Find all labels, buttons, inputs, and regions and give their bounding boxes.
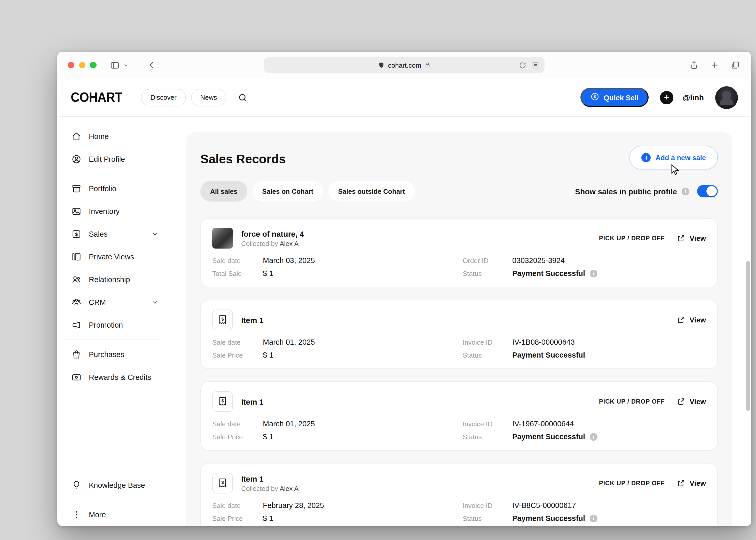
public-profile-toggle[interactable] [697,185,718,198]
add-post-button[interactable]: + [660,91,673,104]
tab-sales-outside-cohart[interactable]: Sales outside Cohart [328,181,415,202]
collected-by-label: Collected by Alex A [241,484,299,492]
chevron-down-icon[interactable] [151,299,159,306]
search-icon[interactable] [238,92,248,102]
reload-icon[interactable] [519,61,526,69]
info-icon[interactable]: i [590,433,597,441]
main-content: Sales Records + Add a new sale All sales… [169,117,751,526]
close-button[interactable] [68,62,74,68]
status-value: Payment Successful i [512,514,706,522]
info-icon[interactable]: i [682,187,690,195]
address-bar[interactable]: cohart.com [264,58,545,73]
field-value: March 03, 2025 [263,256,463,265]
app-header: COHART Discover News $ Quick Sell + @lin… [57,78,751,116]
private-views-icon [71,252,82,262]
discover-button[interactable]: Discover [141,89,186,106]
sidebar-item-knowledge-base[interactable]: Knowledge Base [57,474,169,496]
minimize-button[interactable] [79,62,85,68]
sale-title: Item 1 [241,397,264,406]
chevron-down-icon[interactable] [123,62,128,68]
image-icon [71,206,82,216]
field-label: Total Sale [212,269,263,277]
view-link[interactable]: View [677,316,706,324]
view-link[interactable]: View [677,397,706,406]
info-icon[interactable]: i [590,514,597,522]
sidebar-item-portfolio[interactable]: Portfolio [57,177,169,200]
svg-text:$: $ [222,399,224,403]
artwork-thumbnail[interactable] [212,228,233,249]
status-value: Payment Successful [512,351,706,359]
new-tab-icon[interactable] [710,61,719,70]
sales-records-panel: Sales Records + Add a new sale All sales… [186,132,732,526]
field-label: Sale date [212,338,263,346]
tab-sales-on-cohart[interactable]: Sales on Cohart [253,181,323,202]
field-label: Sale date [212,420,263,428]
info-icon[interactable]: i [590,269,597,277]
external-link-icon [677,397,686,406]
desktop: cohart.com [0,0,756,540]
sidebar-item-edit-profile[interactable]: Edit Profile [57,148,169,171]
chevron-down-icon[interactable] [151,230,159,238]
field-value: $ 1 [263,433,463,441]
portfolio-icon [71,184,82,194]
back-button[interactable] [147,61,156,70]
sale-card: force of nature, 4 Collected by Alex A P… [200,218,718,287]
svg-text:$: $ [222,480,224,485]
external-link-icon [677,316,686,324]
field-label: Status [463,269,512,277]
reader-icon[interactable] [532,61,539,69]
receipt-icon: $ [212,473,233,493]
share-icon[interactable] [690,61,699,70]
sale-card: $ Item 1 Collected by Alex A PICK UP / [200,463,718,526]
status-value: Payment Successful i [512,269,706,278]
tab-all-sales[interactable]: All sales [200,181,247,202]
sidebar-item-inventory[interactable]: Inventory [57,200,169,223]
view-link[interactable]: View [677,234,706,242]
field-label: Status [463,433,512,441]
view-link[interactable]: View [677,479,706,487]
sidebar-toggle-icon[interactable] [110,60,120,70]
field-label: Sale Price [212,514,263,522]
sale-title: Item 1 [241,316,264,324]
field-value: March 01, 2025 [263,420,463,428]
tab-overview-icon[interactable] [731,61,740,70]
field-value: IV-B8C5-00000617 [512,501,706,509]
bag-icon [71,349,82,360]
sidebar-item-purchases[interactable]: Purchases [57,343,169,366]
sidebar-item-sales[interactable]: $ Sales [57,223,169,245]
sale-card: $ Item 1 PICK UP / DROP OFF View [200,381,718,451]
browser-window: cohart.com [57,52,751,526]
avatar[interactable] [715,86,738,109]
page-title: Sales Records [200,152,286,166]
scrollbar-thumb[interactable] [746,261,750,411]
zoom-button[interactable] [90,62,96,68]
news-button[interactable]: News [191,89,226,106]
svg-text:$: $ [222,317,224,322]
divider [65,339,161,340]
profile-icon [71,154,82,164]
cohart-logo[interactable]: COHART [71,89,122,105]
sale-title: force of nature, 4 [241,229,304,238]
field-value: IV-1B08-00000643 [512,338,706,346]
pickup-dropoff-label: PICK UP / DROP OFF [599,398,665,405]
sidebar-item-crm[interactable]: CRM [57,291,169,314]
field-label: Status [463,351,512,359]
field-value: March 01, 2025 [263,338,463,346]
external-link-icon [677,234,686,242]
sales-list: force of nature, 4 Collected by Alex A P… [200,218,718,526]
home-icon [71,131,82,142]
sales-icon: $ [71,229,82,239]
field-label: Sale Price [212,433,263,441]
crm-icon [71,297,82,308]
external-link-icon [677,479,686,487]
public-profile-toggle-label: Show sales in public profile [575,187,677,196]
sidebar-item-relationship[interactable]: Relationship [57,268,169,291]
sidebar-item-promotion[interactable]: Promotion [57,314,169,337]
sidebar-item-private-views[interactable]: Private Views [57,245,169,268]
sidebar-item-more[interactable]: More [57,503,169,526]
sidebar-item-home[interactable]: Home [57,125,169,148]
card-icon [71,372,82,382]
quick-sell-button[interactable]: $ Quick Sell [581,88,648,107]
username-label: @linh [683,93,704,102]
sidebar-item-rewards[interactable]: Rewards & Credits [57,366,169,389]
